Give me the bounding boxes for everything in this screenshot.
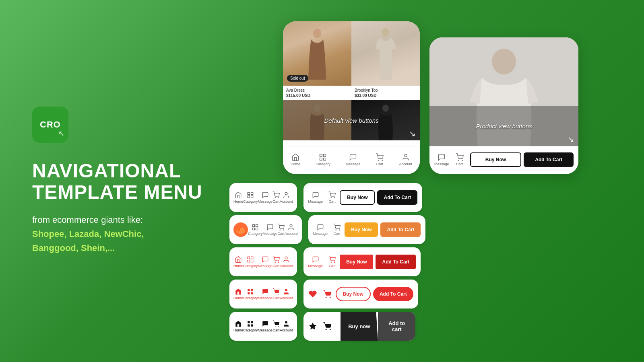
svg-point-9 xyxy=(382,160,383,160)
action-icons-4 xyxy=(308,290,332,298)
action-cart-5[interactable] xyxy=(323,322,332,331)
svg-point-43 xyxy=(331,262,332,263)
buy-now-5[interactable]: Buy now xyxy=(341,312,378,341)
nav-category[interactable]: Category xyxy=(316,153,330,166)
add-to-cart-3[interactable]: Add To Cart xyxy=(376,255,416,269)
svg-point-50 xyxy=(278,294,279,295)
add-to-cart-4[interactable]: Add To Cart xyxy=(373,287,413,301)
phone-nav-right[interactable]: Message Cart Buy Now Add To Cart xyxy=(429,146,578,174)
product-price-dress: $115.00 USD xyxy=(286,93,348,98)
svg-point-23 xyxy=(334,197,335,198)
nav-r5-cart[interactable]: Cart xyxy=(272,320,280,332)
arrow-icon-left: ↘ xyxy=(409,129,416,138)
svg-point-21 xyxy=(285,192,287,195)
add-to-cart-5[interactable]: Add to cart xyxy=(378,312,415,341)
buy-now-2[interactable]: Buy Now xyxy=(345,222,378,237)
action-message-1[interactable]: Message xyxy=(308,191,323,204)
nav-r3-cart[interactable]: Cart xyxy=(272,256,280,268)
nav-home[interactable]: Home xyxy=(291,153,300,166)
nav-r2-cart[interactable]: Cart xyxy=(277,224,285,236)
phones-row: Sold out Ava Dress $115.00 USD xyxy=(283,21,578,174)
left-panel: CRO ↖ NAVIGATIONALTEMPLATE MENU from eco… xyxy=(0,82,229,279)
nav-r5-message[interactable]: Message xyxy=(258,320,273,332)
nav-account[interactable]: Account xyxy=(399,153,412,166)
nav-r1-cart[interactable]: Cart xyxy=(272,191,280,204)
logo-text: CRO xyxy=(40,119,61,130)
nav-r4-category[interactable]: Category xyxy=(243,288,258,300)
buy-now-button-top[interactable]: Buy Now xyxy=(470,152,522,167)
add-to-cart-1[interactable]: Add To Cart xyxy=(377,190,417,205)
action-cart-4[interactable] xyxy=(323,290,332,298)
svg-rect-7 xyxy=(324,158,326,160)
product-img-top xyxy=(351,21,420,86)
nav-r2-category[interactable]: Category xyxy=(248,224,263,236)
nav-r1-message[interactable]: Message xyxy=(258,191,273,204)
nav-r2-account[interactable]: Account xyxy=(285,224,298,236)
svg-rect-54 xyxy=(237,324,239,327)
subtitle: from ecommerce giants like: Shopee, Laza… xyxy=(32,213,144,255)
nav-r1-category[interactable]: Category xyxy=(243,191,258,204)
svg-point-41 xyxy=(278,262,279,263)
svg-rect-30 xyxy=(256,228,258,230)
svg-point-35 xyxy=(339,230,340,230)
svg-rect-56 xyxy=(251,321,253,323)
nav-r4-cart[interactable]: Cart xyxy=(272,288,280,300)
nav-r1-home[interactable]: Home xyxy=(233,191,243,204)
action-message-2[interactable]: Message xyxy=(313,224,328,236)
nav-message[interactable]: Message xyxy=(346,153,361,166)
nav-r5-category[interactable]: Category xyxy=(243,320,258,332)
nav-r3-home[interactable]: Home xyxy=(233,256,243,268)
add-to-cart-button-top[interactable]: Add To Cart xyxy=(524,152,574,167)
action-message-3[interactable]: Message xyxy=(308,256,323,268)
svg-point-1 xyxy=(382,28,389,36)
product-name-dress: Ava Dress xyxy=(286,88,348,93)
action-wishlist-4[interactable] xyxy=(308,290,317,298)
nav-message-right[interactable]: Message xyxy=(434,153,449,166)
action-buttons-4: Buy Now Add To Cart xyxy=(336,287,413,301)
nav-row-pair-4: Home Category Message Cart Account xyxy=(229,280,632,309)
buy-now-1[interactable]: Buy Now xyxy=(340,190,375,205)
action-cart-1[interactable]: Cart xyxy=(328,191,336,204)
nav-r2-hara[interactable] xyxy=(233,222,248,237)
nav-r3-message[interactable]: Message xyxy=(258,256,273,268)
action-star-5[interactable] xyxy=(308,322,317,331)
right-panel: Sold out Ava Dress $115.00 USD xyxy=(229,13,644,349)
add-to-cart-2[interactable]: Add To Cart xyxy=(380,222,421,237)
nav-r5-account[interactable]: Account xyxy=(280,320,293,332)
logo-cursor-icon: ↖ xyxy=(58,129,64,138)
action-cart-2[interactable]: Cart xyxy=(333,224,341,236)
action-buttons-5-container: Buy now Add to cart xyxy=(341,312,416,341)
buy-now-4[interactable]: Buy Now xyxy=(336,287,371,301)
nav-cart-right[interactable]: Cart xyxy=(456,153,464,166)
nav-r3-category[interactable]: Category xyxy=(243,256,258,268)
phone-nav-left[interactable]: Home Category Message Cart Account xyxy=(283,146,420,174)
product-price-top: $33.00 USD xyxy=(355,93,417,98)
svg-point-19 xyxy=(275,197,276,198)
action-cart-3[interactable]: Cart xyxy=(328,256,336,268)
nav-r5-home[interactable]: Home xyxy=(233,320,243,332)
svg-point-51 xyxy=(285,289,287,291)
nav-row-left-3: Home Category Message Cart Account xyxy=(229,247,297,276)
svg-rect-18 xyxy=(251,196,253,198)
svg-rect-55 xyxy=(248,321,250,323)
nav-r3-account[interactable]: Account xyxy=(280,256,293,268)
nav-cart[interactable]: Cart xyxy=(376,153,384,166)
svg-point-26 xyxy=(241,228,244,232)
nav-r4-home[interactable]: Home xyxy=(233,288,243,300)
nav-r4-account[interactable]: Account xyxy=(280,288,293,300)
action-buttons-3: Buy Now Add To Cart xyxy=(340,255,416,269)
nav-r1-account[interactable]: Account xyxy=(280,191,293,204)
svg-rect-58 xyxy=(251,325,253,327)
sold-out-badge: Sold out xyxy=(287,75,308,82)
action-row-5: Buy now Add to cart xyxy=(303,312,416,341)
svg-rect-4 xyxy=(320,154,322,156)
buy-now-3[interactable]: Buy Now xyxy=(340,255,373,269)
svg-rect-37 xyxy=(251,257,253,259)
nav-row-pair-1: Home Category Message Cart Account xyxy=(229,183,632,212)
nav-r4-message[interactable]: Message xyxy=(258,288,273,300)
nav-r2-message[interactable]: Message xyxy=(263,224,278,236)
svg-point-59 xyxy=(275,326,276,327)
svg-rect-48 xyxy=(251,292,253,294)
subtitle-prefix: from ecommerce giants like: xyxy=(32,215,143,225)
svg-point-32 xyxy=(283,230,284,230)
